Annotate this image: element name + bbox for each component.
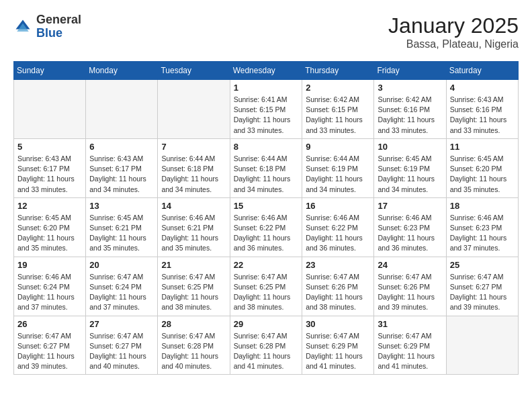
day-cell: 13Sunrise: 6:45 AM Sunset: 6:21 PM Dayli… <box>86 197 158 257</box>
day-info: Sunrise: 6:47 AM Sunset: 6:27 PM Dayligh… <box>89 331 154 372</box>
logo-icon <box>13 17 32 36</box>
day-cell: 9Sunrise: 6:44 AM Sunset: 6:19 PM Daylig… <box>302 138 374 197</box>
day-info: Sunrise: 6:45 AM Sunset: 6:20 PM Dayligh… <box>450 154 515 195</box>
day-number: 24 <box>378 260 442 270</box>
day-cell: 19Sunrise: 6:46 AM Sunset: 6:24 PM Dayli… <box>14 257 86 316</box>
day-cell: 11Sunrise: 6:45 AM Sunset: 6:20 PM Dayli… <box>446 138 518 197</box>
day-number: 17 <box>378 201 442 211</box>
day-info: Sunrise: 6:47 AM Sunset: 6:26 PM Dayligh… <box>378 272 442 313</box>
day-number: 23 <box>306 260 370 270</box>
day-info: Sunrise: 6:46 AM Sunset: 6:23 PM Dayligh… <box>450 213 515 254</box>
day-number: 5 <box>17 142 82 152</box>
logo-blue-text: Blue <box>36 26 62 40</box>
day-info: Sunrise: 6:47 AM Sunset: 6:29 PM Dayligh… <box>378 331 442 372</box>
day-number: 29 <box>234 319 298 329</box>
day-info: Sunrise: 6:47 AM Sunset: 6:28 PM Dayligh… <box>234 331 298 372</box>
day-cell <box>14 80 86 139</box>
day-cell: 21Sunrise: 6:47 AM Sunset: 6:25 PM Dayli… <box>158 257 230 316</box>
day-cell: 15Sunrise: 6:46 AM Sunset: 6:22 PM Dayli… <box>230 197 302 257</box>
day-info: Sunrise: 6:43 AM Sunset: 6:17 PM Dayligh… <box>89 154 154 195</box>
day-info: Sunrise: 6:43 AM Sunset: 6:17 PM Dayligh… <box>17 154 82 195</box>
day-info: Sunrise: 6:47 AM Sunset: 6:24 PM Dayligh… <box>89 272 154 313</box>
day-info: Sunrise: 6:47 AM Sunset: 6:25 PM Dayligh… <box>234 272 298 313</box>
weekday-header-sunday: Sunday <box>14 62 86 80</box>
logo-general-text: General <box>36 13 81 26</box>
day-cell: 1Sunrise: 6:41 AM Sunset: 6:15 PM Daylig… <box>230 80 302 139</box>
day-number: 2 <box>306 83 370 93</box>
weekday-header-friday: Friday <box>374 62 446 80</box>
day-number: 10 <box>378 142 442 152</box>
day-number: 31 <box>378 319 442 329</box>
day-info: Sunrise: 6:47 AM Sunset: 6:27 PM Dayligh… <box>17 331 82 372</box>
day-cell: 17Sunrise: 6:46 AM Sunset: 6:23 PM Dayli… <box>374 197 446 257</box>
day-info: Sunrise: 6:46 AM Sunset: 6:21 PM Dayligh… <box>161 213 226 254</box>
weekday-header-tuesday: Tuesday <box>158 62 230 80</box>
day-info: Sunrise: 6:42 AM Sunset: 6:15 PM Dayligh… <box>306 95 370 136</box>
day-number: 19 <box>17 260 82 270</box>
day-info: Sunrise: 6:44 AM Sunset: 6:18 PM Dayligh… <box>234 154 298 195</box>
day-cell: 29Sunrise: 6:47 AM Sunset: 6:28 PM Dayli… <box>230 316 302 375</box>
day-info: Sunrise: 6:46 AM Sunset: 6:22 PM Dayligh… <box>234 213 298 254</box>
day-cell: 31Sunrise: 6:47 AM Sunset: 6:29 PM Dayli… <box>374 316 446 375</box>
day-cell: 2Sunrise: 6:42 AM Sunset: 6:15 PM Daylig… <box>302 80 374 139</box>
weekday-header-thursday: Thursday <box>302 62 374 80</box>
day-cell: 18Sunrise: 6:46 AM Sunset: 6:23 PM Dayli… <box>446 197 518 257</box>
weekday-header-wednesday: Wednesday <box>230 62 302 80</box>
day-cell: 12Sunrise: 6:45 AM Sunset: 6:20 PM Dayli… <box>14 197 86 257</box>
page-header: General Blue January 2025 Bassa, Plateau… <box>13 13 519 50</box>
day-cell: 30Sunrise: 6:47 AM Sunset: 6:29 PM Dayli… <box>302 316 374 375</box>
day-info: Sunrise: 6:45 AM Sunset: 6:21 PM Dayligh… <box>89 213 154 254</box>
day-cell: 28Sunrise: 6:47 AM Sunset: 6:28 PM Dayli… <box>158 316 230 375</box>
day-info: Sunrise: 6:47 AM Sunset: 6:25 PM Dayligh… <box>161 272 226 313</box>
day-number: 7 <box>161 142 226 152</box>
day-info: Sunrise: 6:44 AM Sunset: 6:18 PM Dayligh… <box>161 154 226 195</box>
day-cell: 27Sunrise: 6:47 AM Sunset: 6:27 PM Dayli… <box>86 316 158 375</box>
day-number: 3 <box>378 83 442 93</box>
week-row-5: 26Sunrise: 6:47 AM Sunset: 6:27 PM Dayli… <box>14 316 519 375</box>
day-cell: 3Sunrise: 6:42 AM Sunset: 6:16 PM Daylig… <box>374 80 446 139</box>
day-cell: 5Sunrise: 6:43 AM Sunset: 6:17 PM Daylig… <box>14 138 86 197</box>
day-number: 11 <box>450 142 515 152</box>
day-info: Sunrise: 6:42 AM Sunset: 6:16 PM Dayligh… <box>378 95 442 136</box>
day-number: 1 <box>234 83 298 93</box>
day-info: Sunrise: 6:44 AM Sunset: 6:19 PM Dayligh… <box>306 154 370 195</box>
week-row-3: 12Sunrise: 6:45 AM Sunset: 6:20 PM Dayli… <box>14 197 519 257</box>
day-number: 22 <box>234 260 298 270</box>
day-cell: 25Sunrise: 6:47 AM Sunset: 6:27 PM Dayli… <box>446 257 518 316</box>
day-cell <box>446 316 518 375</box>
day-cell: 20Sunrise: 6:47 AM Sunset: 6:24 PM Dayli… <box>86 257 158 316</box>
week-row-4: 19Sunrise: 6:46 AM Sunset: 6:24 PM Dayli… <box>14 257 519 316</box>
day-info: Sunrise: 6:47 AM Sunset: 6:27 PM Dayligh… <box>450 272 515 313</box>
day-cell <box>86 80 158 139</box>
day-number: 18 <box>450 201 515 211</box>
day-number: 27 <box>89 319 154 329</box>
weekday-header-monday: Monday <box>86 62 158 80</box>
week-row-1: 1Sunrise: 6:41 AM Sunset: 6:15 PM Daylig… <box>14 80 519 139</box>
day-cell: 10Sunrise: 6:45 AM Sunset: 6:19 PM Dayli… <box>374 138 446 197</box>
day-info: Sunrise: 6:45 AM Sunset: 6:19 PM Dayligh… <box>378 154 442 195</box>
day-info: Sunrise: 6:46 AM Sunset: 6:24 PM Dayligh… <box>17 272 82 313</box>
day-cell: 22Sunrise: 6:47 AM Sunset: 6:25 PM Dayli… <box>230 257 302 316</box>
day-number: 12 <box>17 201 82 211</box>
day-number: 16 <box>306 201 370 211</box>
day-cell: 4Sunrise: 6:43 AM Sunset: 6:16 PM Daylig… <box>446 80 518 139</box>
day-number: 26 <box>17 319 82 329</box>
day-cell: 24Sunrise: 6:47 AM Sunset: 6:26 PM Dayli… <box>374 257 446 316</box>
title-block: January 2025 Bassa, Plateau, Nigeria <box>388 13 519 50</box>
day-cell: 16Sunrise: 6:46 AM Sunset: 6:22 PM Dayli… <box>302 197 374 257</box>
day-number: 4 <box>450 83 515 93</box>
day-number: 9 <box>306 142 370 152</box>
location-title: Bassa, Plateau, Nigeria <box>388 38 519 50</box>
day-number: 13 <box>89 201 154 211</box>
day-info: Sunrise: 6:47 AM Sunset: 6:28 PM Dayligh… <box>161 331 226 372</box>
day-info: Sunrise: 6:45 AM Sunset: 6:20 PM Dayligh… <box>17 213 82 254</box>
month-title: January 2025 <box>388 13 519 38</box>
weekday-header-row: SundayMondayTuesdayWednesdayThursdayFrid… <box>14 62 519 80</box>
day-cell: 26Sunrise: 6:47 AM Sunset: 6:27 PM Dayli… <box>14 316 86 375</box>
day-cell: 6Sunrise: 6:43 AM Sunset: 6:17 PM Daylig… <box>86 138 158 197</box>
day-number: 30 <box>306 319 370 329</box>
day-number: 20 <box>89 260 154 270</box>
day-number: 15 <box>234 201 298 211</box>
calendar-table: SundayMondayTuesdayWednesdayThursdayFrid… <box>13 61 519 375</box>
day-cell: 14Sunrise: 6:46 AM Sunset: 6:21 PM Dayli… <box>158 197 230 257</box>
